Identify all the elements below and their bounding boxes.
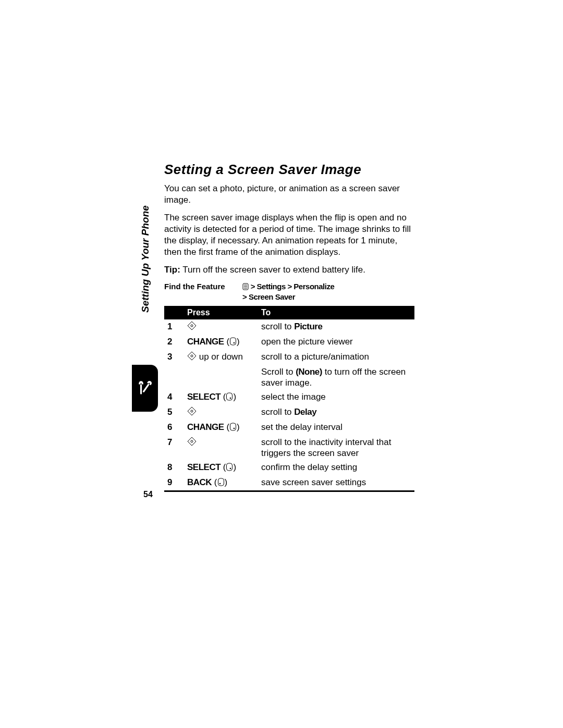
step-number: 9 <box>164 475 184 491</box>
step-number: 1 <box>164 319 184 335</box>
action-key-label: SELECT <box>187 462 221 472</box>
tip-paragraph: Tip: Turn off the screen saver to extend… <box>164 264 414 276</box>
desc-bold: Picture <box>294 322 322 331</box>
desc-pre: scroll to a picture/animation <box>261 352 369 362</box>
desc-pre: Scroll to <box>261 367 296 377</box>
intro-paragraph-1: You can set a photo, picture, or animati… <box>164 183 414 206</box>
step-number: 8 <box>164 460 184 475</box>
step-description: open the picture viewer <box>258 335 414 350</box>
table-row: Scroll to (None) to turn off the screen … <box>164 365 414 390</box>
svg-point-23 <box>219 483 221 485</box>
action-key-label: CHANGE <box>187 422 224 432</box>
step-number: 4 <box>164 390 184 405</box>
step-action: CHANGE () <box>184 420 258 435</box>
step-description: set the delay interval <box>258 420 414 435</box>
desc-pre: select the image <box>261 392 326 402</box>
section-tab-icon <box>132 365 158 412</box>
svg-marker-6 <box>188 322 196 330</box>
desc-pre: open the picture viewer <box>261 337 353 347</box>
step-number: 7 <box>164 435 184 460</box>
step-description: scroll to Delay <box>258 405 414 420</box>
table-row: 5scroll to Delay <box>164 405 414 420</box>
find-the-feature-label: Find the Feature <box>164 282 242 302</box>
step-description: select the image <box>258 390 414 405</box>
step-number: 3 <box>164 350 184 365</box>
svg-marker-10 <box>188 352 196 360</box>
svg-point-21 <box>230 468 231 470</box>
soft-key-icon <box>226 392 233 403</box>
soft-key-icon <box>229 337 237 348</box>
step-number: 6 <box>164 420 184 435</box>
desc-pre: scroll to the inactivity interval that t… <box>261 437 391 458</box>
svg-marker-18 <box>188 437 196 446</box>
desc-pre: scroll to <box>261 407 294 417</box>
step-number: 2 <box>164 335 184 350</box>
nav-key-icon <box>187 437 197 449</box>
table-row: 7scroll to the inactivity interval that … <box>164 435 414 460</box>
soft-key-icon <box>217 478 225 489</box>
svg-point-17 <box>234 428 235 429</box>
step-action <box>184 405 258 420</box>
step-description: scroll to a picture/animation <box>258 350 414 365</box>
content-column: Setting a Screen Saver Image You can set… <box>164 162 414 492</box>
action-key-label: BACK <box>187 477 212 487</box>
soft-key-icon <box>226 463 233 474</box>
col-press: Press <box>184 306 258 319</box>
nav-key-icon <box>187 351 197 363</box>
step-description: confirm the delay setting <box>258 460 414 475</box>
desc-pre: confirm the delay setting <box>261 462 357 472</box>
svg-rect-8 <box>230 338 236 345</box>
step-action <box>184 435 258 460</box>
steps-table: Press To 1scroll to Picture2CHANGE ()ope… <box>164 306 414 492</box>
table-row: 9BACK ()save screen saver settings <box>164 475 414 491</box>
soft-key-icon <box>229 423 237 434</box>
step-description: scroll to Picture <box>258 319 414 335</box>
desc-bold: (None) <box>296 367 322 377</box>
svg-rect-12 <box>227 393 232 400</box>
svg-point-13 <box>230 398 231 399</box>
table-row: 3 up or downscroll to a picture/animatio… <box>164 350 414 365</box>
svg-rect-1 <box>142 384 150 392</box>
wrench-icon <box>136 379 154 397</box>
nav-key-icon <box>187 406 197 418</box>
svg-rect-22 <box>218 478 224 486</box>
desc-bold: Delay <box>294 407 316 417</box>
step-action <box>184 365 258 390</box>
table-row: 8SELECT ()confirm the delay setting <box>164 460 414 475</box>
action-key-label: SELECT <box>187 392 221 402</box>
step-description: save screen saver settings <box>258 475 414 491</box>
desc-pre: scroll to <box>261 322 294 331</box>
svg-rect-0 <box>140 385 142 394</box>
svg-marker-14 <box>188 407 196 415</box>
step-action: up or down <box>184 350 258 365</box>
table-row: 4SELECT ()select the image <box>164 390 414 405</box>
step-action <box>184 319 258 335</box>
svg-rect-16 <box>230 423 236 430</box>
svg-point-9 <box>234 342 235 344</box>
intro-paragraph-2: The screen saver image displays when the… <box>164 212 414 258</box>
find-the-feature: Find the Feature > Settings > Personaliz… <box>164 282 414 302</box>
step-action: CHANGE () <box>184 335 258 350</box>
desc-pre: save screen saver settings <box>261 477 366 487</box>
action-key-label: CHANGE <box>187 337 224 347</box>
menu-key-icon <box>242 283 249 292</box>
table-row: 6CHANGE ()set the delay interval <box>164 420 414 435</box>
step-number: 5 <box>164 405 184 420</box>
page: Setting Up Your Phone Setting a Screen S… <box>0 0 563 728</box>
svg-point-15 <box>191 410 193 412</box>
svg-point-7 <box>191 325 193 327</box>
col-blank <box>164 306 184 319</box>
table-row: 1scroll to Picture <box>164 319 414 335</box>
svg-point-11 <box>191 355 193 357</box>
step-action: SELECT () <box>184 460 258 475</box>
ftf-path-line1: > Settings > Personalize <box>249 282 334 291</box>
nav-key-icon <box>187 321 197 333</box>
action-suffix: up or down <box>197 352 243 362</box>
find-the-feature-path: > Settings > Personalize > Screen Saver <box>242 282 414 302</box>
page-number: 54 <box>143 490 153 499</box>
section-side-label: Setting Up Your Phone <box>140 205 151 313</box>
col-to: To <box>258 306 414 319</box>
page-heading: Setting a Screen Saver Image <box>164 162 414 178</box>
ftf-path-line2: > Screen Saver <box>242 292 295 301</box>
step-action: BACK () <box>184 475 258 491</box>
